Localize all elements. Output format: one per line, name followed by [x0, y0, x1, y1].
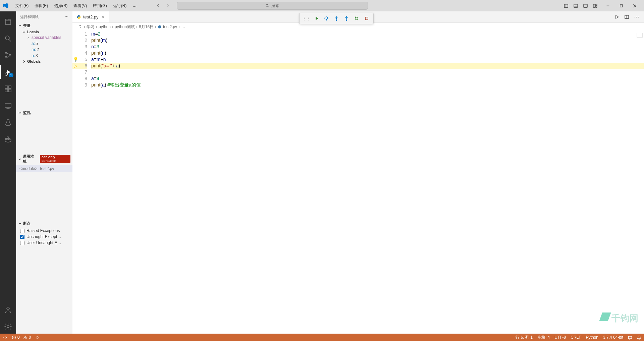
breadcrumb-item[interactable]: python — [99, 24, 111, 29]
special-variables[interactable]: ›special variables — [25, 35, 72, 41]
split-editor-icon[interactable] — [624, 14, 629, 19]
line-number[interactable]: 5 — [78, 56, 87, 63]
code-editor[interactable]: 💡▷ 123456789 m=2print(m)n=3print(n)a=m+n… — [72, 31, 644, 334]
menu-goto[interactable]: 转到(G) — [90, 2, 109, 10]
line-number[interactable]: 7 — [78, 69, 87, 75]
close-icon[interactable]: × — [102, 14, 105, 20]
menu-select[interactable]: 选择(S) — [51, 2, 70, 10]
line-number[interactable]: 8 — [78, 75, 87, 82]
line-number[interactable]: 9 — [78, 82, 87, 88]
stop-button[interactable] — [363, 14, 371, 22]
remote-indicator[interactable] — [3, 335, 7, 340]
activity-account[interactable] — [0, 303, 16, 317]
code-line[interactable]: print(n) — [91, 50, 644, 56]
breakpoint-item[interactable]: Uncaught Except… — [20, 234, 70, 240]
menu-more[interactable]: … — [130, 2, 139, 10]
breadcrumb-item[interactable]: 学习 — [87, 24, 95, 30]
debug-status[interactable] — [36, 335, 40, 340]
nav-forward-icon[interactable] — [165, 3, 170, 8]
code-line[interactable]: m=2 — [91, 31, 644, 37]
step-over-button[interactable] — [322, 14, 330, 22]
window-minimize[interactable] — [601, 1, 614, 11]
toggle-panel-icon[interactable] — [573, 3, 578, 8]
drag-handle-icon[interactable]: ⋮⋮ — [302, 16, 310, 21]
cursor-position[interactable]: 行 6, 列 1 — [516, 335, 533, 340]
variable-row[interactable]: a: 5 — [25, 41, 72, 47]
search-box[interactable]: 搜索 — [177, 2, 368, 10]
activity-scm[interactable] — [0, 48, 16, 62]
toggle-sidebar-left-icon[interactable] — [564, 3, 569, 8]
line-number[interactable]: 4 — [78, 50, 87, 56]
sidebar-more-icon[interactable]: ⋯ — [65, 15, 68, 19]
nav-back-icon[interactable] — [156, 3, 161, 8]
code-line[interactable]: print(a) #输出变量a的值 — [91, 82, 644, 88]
svg-point-27 — [336, 20, 337, 21]
code-line[interactable]: print(m) — [91, 37, 644, 44]
feedback-icon[interactable] — [628, 335, 632, 340]
encoding[interactable]: UTF-8 — [554, 335, 566, 340]
breadcrumb-item[interactable]: 8月16日 — [139, 24, 154, 30]
tab-test2[interactable]: test2.py × — [72, 11, 109, 22]
lightbulb-icon[interactable]: 💡 — [73, 56, 78, 63]
toggle-sidebar-right-icon[interactable] — [583, 3, 588, 8]
activity-docker[interactable] — [0, 132, 16, 146]
menu-file[interactable]: 文件(F) — [13, 2, 31, 10]
code-line[interactable] — [91, 69, 644, 75]
run-icon[interactable] — [614, 14, 620, 19]
activity-settings[interactable] — [0, 320, 16, 334]
variables-header[interactable]: 变量 — [16, 22, 72, 29]
activity-testing[interactable] — [0, 115, 16, 129]
search-placeholder: 搜索 — [271, 3, 279, 9]
indentation[interactable]: 空格: 4 — [537, 335, 550, 340]
activity-debug[interactable]: 1 — [0, 65, 16, 79]
menu-run[interactable]: 运行(R) — [110, 2, 129, 10]
stack-frame[interactable]: <module> test2.py — [16, 165, 72, 172]
breakpoint-checkbox[interactable] — [20, 229, 24, 233]
code-line[interactable]: print("a= "+ a) — [91, 63, 644, 69]
callstack-header[interactable]: 调用堆栈 can only concaten — [16, 153, 72, 165]
editor-more-icon[interactable]: ⋯ — [634, 14, 639, 20]
breakpoint-checkbox[interactable] — [20, 241, 24, 245]
menu-view[interactable]: 查看(V) — [71, 2, 90, 10]
breakpoints-header[interactable]: 断点 — [16, 220, 72, 227]
globals-header[interactable]: Globals — [16, 59, 72, 64]
variable-row[interactable]: m: 2 — [25, 47, 72, 53]
language-mode[interactable]: Python — [586, 335, 598, 340]
breakpoint-checkbox[interactable] — [20, 235, 24, 239]
chevron-down-icon — [22, 30, 26, 34]
code-line[interactable]: a=m+n — [91, 56, 644, 63]
menu-edit[interactable]: 编辑(E) — [32, 2, 51, 10]
line-number[interactable]: 3 — [78, 44, 87, 50]
window-close[interactable] — [628, 1, 641, 11]
line-number[interactable]: 6 — [78, 63, 87, 69]
chevron-down-icon — [18, 24, 22, 27]
breadcrumb-item[interactable]: D: — [78, 24, 83, 29]
activity-search[interactable] — [0, 32, 16, 46]
variable-row[interactable]: n: 3 — [25, 53, 72, 59]
window-maximize[interactable] — [614, 1, 628, 11]
breadcrumb-item[interactable]: python测试 — [115, 24, 135, 30]
eol[interactable]: CRLF — [571, 335, 581, 340]
watch-header[interactable]: 监视 — [16, 109, 72, 116]
code-line[interactable]: n=3 — [91, 44, 644, 50]
notifications-icon[interactable] — [637, 335, 641, 340]
problems-indicator[interactable]: 0 0 — [12, 335, 31, 340]
breadcrumb-item[interactable]: test2.py — [158, 24, 177, 29]
activity-remote[interactable] — [0, 99, 16, 113]
debug-toolbar[interactable]: ⋮⋮ — [299, 13, 374, 24]
breakpoint-item[interactable]: User Uncaught E… — [20, 240, 70, 246]
customize-layout-icon[interactable] — [593, 3, 598, 8]
continue-button[interactable] — [312, 14, 320, 22]
step-out-button[interactable] — [342, 14, 351, 22]
restart-button[interactable] — [353, 14, 361, 22]
code-line[interactable]: a=4 — [91, 75, 644, 82]
python-interpreter[interactable]: 3.7.4 64-bit — [603, 335, 623, 340]
step-into-button[interactable] — [332, 14, 340, 22]
breakpoint-item[interactable]: Raised Exceptions — [20, 228, 70, 234]
line-number[interactable]: 1 — [78, 31, 87, 37]
line-number[interactable]: 2 — [78, 37, 87, 44]
activity-extensions[interactable] — [0, 82, 16, 96]
locals-header[interactable]: Locals — [16, 29, 72, 35]
breadcrumb-item[interactable]: … — [181, 24, 185, 29]
activity-explorer[interactable] — [0, 15, 16, 29]
